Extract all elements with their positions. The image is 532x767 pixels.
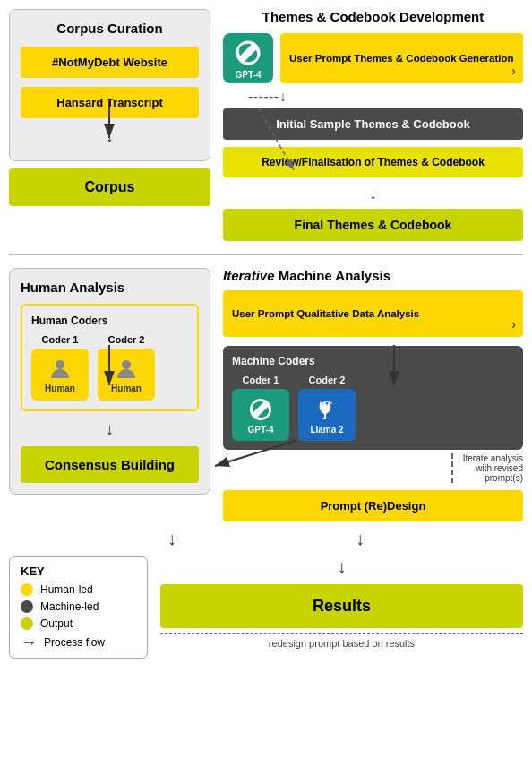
key-machine-dot bbox=[21, 600, 33, 613]
key-output-label: Output bbox=[40, 617, 73, 630]
iterate-note: Iterate analysis with revised prompt(s) bbox=[451, 453, 523, 483]
machine-coders-title: Machine Coders bbox=[232, 355, 514, 367]
gpt4-avatar: GPT-4 bbox=[232, 389, 289, 441]
corpus-box: Corpus bbox=[9, 168, 210, 206]
source1-box: #NotMyDebt Website bbox=[21, 47, 199, 78]
human-coder2: Coder 2 Human bbox=[98, 334, 155, 401]
llama-avatar-label: Llama 2 bbox=[310, 425, 343, 435]
human-coder2-avatar-label: Human bbox=[111, 384, 142, 393]
human-coder1-avatar: Human bbox=[31, 349, 89, 401]
gpt4-avatar-label: GPT-4 bbox=[248, 425, 274, 435]
llama-avatar: Llama 2 bbox=[298, 389, 356, 441]
key-process-label: Process flow bbox=[44, 636, 105, 649]
key-title: KEY bbox=[21, 564, 136, 578]
source2-box: Hansard Transcript bbox=[21, 87, 199, 118]
human-analysis-title: Human Analysis bbox=[21, 280, 199, 295]
human-coder1-label: Coder 1 bbox=[42, 334, 79, 345]
machine-coder2: Coder 2 Llama 2 bbox=[298, 375, 356, 441]
machine-coder1-label: Coder 1 bbox=[243, 375, 279, 385]
final-themes-box: Final Themes & Codebook bbox=[223, 209, 523, 241]
svg-point-1 bbox=[122, 360, 131, 369]
key-human-label: Human-led bbox=[40, 583, 93, 596]
machine-coder2-label: Coder 2 bbox=[309, 375, 346, 385]
key-human-dot bbox=[21, 583, 33, 596]
key-machine-label: Machine-led bbox=[40, 600, 99, 613]
redesign-note: redesign prompt based on results bbox=[160, 633, 523, 649]
corpus-curation-title: Corpus Curation bbox=[21, 21, 199, 36]
human-analysis-box: Human Analysis Human Coders Coder 1 bbox=[9, 268, 210, 495]
human-coder1: Coder 1 Human bbox=[31, 334, 89, 401]
key-arrow-icon: → bbox=[21, 634, 37, 651]
initial-sample-box: Initial Sample Themes & Codebook bbox=[223, 108, 523, 140]
codebook-development: Themes & Codebook Development GPT-4 User… bbox=[223, 9, 523, 241]
key-output-dot bbox=[21, 617, 33, 630]
machine-analysis-title: Iterative Machine Analysis bbox=[223, 268, 523, 283]
human-coders-title: Human Coders bbox=[31, 315, 188, 327]
user-prompt-1-box: User Prompt Themes & Codebook Generation… bbox=[280, 33, 523, 83]
human-coder2-avatar: Human bbox=[98, 349, 155, 401]
consensus-box: Consensus Building bbox=[21, 446, 199, 483]
key-section: KEY Human-led Machine-led Output → Proce… bbox=[9, 556, 148, 659]
human-coders-box: Human Coders Coder 1 bbox=[21, 304, 199, 411]
codebook-title: Themes & Codebook Development bbox=[223, 9, 523, 24]
machine-analysis-section: Iterative Machine Analysis User Prompt Q… bbox=[223, 268, 523, 521]
corpus-curation-box: Corpus Curation #NotMyDebt Website Hansa… bbox=[9, 9, 210, 161]
review-box: Review/Finalisation of Themes & Codebook bbox=[223, 147, 523, 177]
human-coder2-label: Coder 2 bbox=[108, 334, 145, 345]
human-coder1-avatar-label: Human bbox=[45, 384, 75, 393]
results-box: Results bbox=[160, 584, 523, 628]
machine-coders-box: Machine Coders Coder 1 GPT-4 bbox=[223, 346, 523, 450]
svg-point-0 bbox=[56, 360, 64, 369]
user-prompt-2-box: User Prompt Qualitative Data Analysis › bbox=[223, 290, 523, 337]
prompt-redesign-box: Prompt (Re)Design bbox=[223, 490, 523, 521]
machine-coder1: Coder 1 GPT-4 bbox=[232, 375, 289, 441]
gpt4-icon: GPT-4 bbox=[223, 33, 273, 83]
